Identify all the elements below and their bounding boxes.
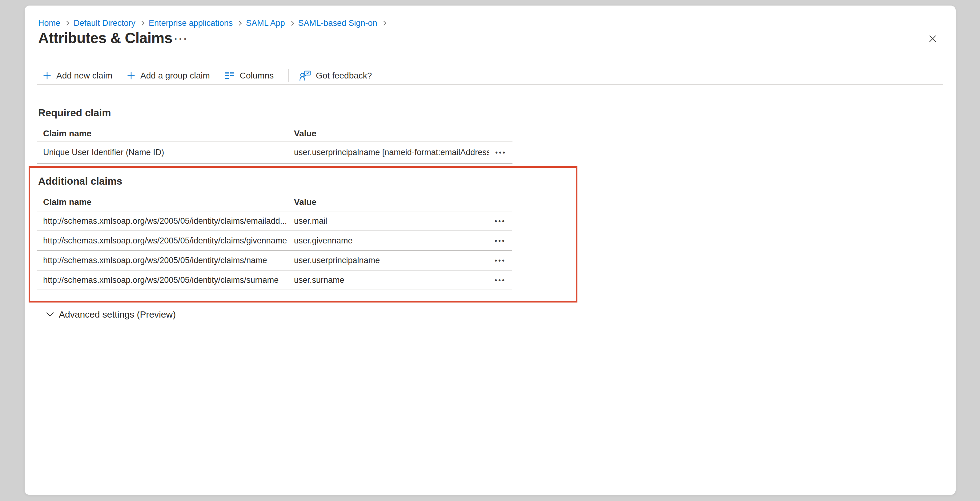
chevron-right-icon bbox=[290, 21, 294, 25]
breadcrumb: Home Default Directory Enterprise applic… bbox=[38, 18, 391, 28]
chevron-right-icon bbox=[381, 21, 386, 25]
claim-name-cell: http://schemas.xmlsoap.org/ws/2005/05/id… bbox=[37, 216, 294, 226]
add-new-claim-button[interactable]: Add new claim bbox=[43, 71, 112, 81]
got-feedback-label: Got feedback? bbox=[316, 71, 372, 81]
breadcrumb-default-directory[interactable]: Default Directory bbox=[73, 18, 135, 28]
row-menu-icon[interactable]: ••• bbox=[495, 150, 506, 156]
value-column-header: Value bbox=[294, 129, 489, 138]
columns-icon bbox=[224, 72, 235, 80]
table-row[interactable]: http://schemas.xmlsoap.org/ws/2005/05/id… bbox=[37, 251, 512, 270]
advanced-settings-toggle[interactable]: Advanced settings (Preview) bbox=[47, 309, 176, 321]
row-menu-icon[interactable]: ••• bbox=[495, 258, 506, 264]
add-group-claim-button[interactable]: Add a group claim bbox=[127, 71, 210, 81]
claim-value-cell: user.surname bbox=[294, 275, 488, 285]
table-header-row: Claim name Value bbox=[37, 193, 512, 212]
claim-name-cell: http://schemas.xmlsoap.org/ws/2005/05/id… bbox=[37, 256, 294, 265]
row-menu-icon[interactable]: ••• bbox=[495, 277, 506, 283]
additional-claims-heading: Additional claims bbox=[38, 175, 122, 187]
additional-claims-table: Claim name Value http://schemas.xmlsoap.… bbox=[37, 193, 512, 290]
toolbar-separator-line bbox=[37, 84, 943, 85]
row-menu-icon[interactable]: ••• bbox=[495, 238, 506, 244]
claim-value-cell: user.userprincipalname [nameid-format:em… bbox=[294, 148, 489, 157]
claim-name-cell: http://schemas.xmlsoap.org/ws/2005/05/id… bbox=[37, 236, 294, 246]
page-title: Attributes & Claims bbox=[38, 29, 172, 48]
table-row[interactable]: Unique User Identifier (Name ID) user.us… bbox=[37, 142, 512, 164]
table-row[interactable]: http://schemas.xmlsoap.org/ws/2005/05/id… bbox=[37, 270, 512, 290]
required-claim-heading: Required claim bbox=[38, 107, 111, 119]
claim-value-cell: user.mail bbox=[294, 216, 488, 226]
close-icon bbox=[928, 34, 937, 44]
command-bar: Add new claim Add a group claim Columns bbox=[43, 68, 386, 83]
chevron-right-icon bbox=[140, 21, 145, 25]
plus-icon bbox=[43, 71, 52, 80]
plus-icon bbox=[127, 71, 136, 80]
columns-label: Columns bbox=[240, 71, 274, 81]
table-header-row: Claim name Value bbox=[37, 126, 512, 142]
close-button[interactable] bbox=[924, 31, 940, 47]
value-column-header: Value bbox=[294, 197, 488, 207]
table-row[interactable]: http://schemas.xmlsoap.org/ws/2005/05/id… bbox=[37, 212, 512, 231]
advanced-settings-label: Advanced settings (Preview) bbox=[59, 309, 176, 320]
chevron-right-icon bbox=[237, 21, 242, 25]
breadcrumb-saml-based-sign-on[interactable]: SAML-based Sign-on bbox=[298, 18, 377, 28]
claim-value-cell: user.userprincipalname bbox=[294, 256, 488, 265]
got-feedback-button[interactable]: Got feedback? bbox=[299, 70, 372, 81]
breadcrumb-saml-app[interactable]: SAML App bbox=[246, 18, 285, 28]
add-new-claim-label: Add new claim bbox=[56, 71, 112, 81]
claim-name-cell: http://schemas.xmlsoap.org/ws/2005/05/id… bbox=[37, 275, 294, 285]
attributes-claims-blade: Home Default Directory Enterprise applic… bbox=[25, 6, 956, 495]
row-menu-icon[interactable]: ••• bbox=[495, 218, 506, 224]
breadcrumb-home[interactable]: Home bbox=[38, 18, 60, 28]
toolbar-divider bbox=[288, 69, 289, 82]
table-row[interactable]: http://schemas.xmlsoap.org/ws/2005/05/id… bbox=[37, 231, 512, 251]
claim-value-cell: user.givenname bbox=[294, 236, 488, 246]
claim-name-column-header: Claim name bbox=[37, 197, 294, 207]
chevron-down-icon bbox=[46, 309, 54, 317]
add-group-claim-label: Add a group claim bbox=[140, 71, 210, 81]
chevron-right-icon bbox=[65, 21, 70, 25]
feedback-icon bbox=[299, 70, 311, 81]
required-claim-table: Claim name Value Unique User Identifier … bbox=[37, 126, 512, 164]
columns-button[interactable]: Columns bbox=[224, 71, 274, 81]
claim-name-cell: Unique User Identifier (Name ID) bbox=[37, 148, 294, 157]
claim-name-column-header: Claim name bbox=[37, 129, 294, 138]
breadcrumb-enterprise-applications[interactable]: Enterprise applications bbox=[149, 18, 233, 28]
more-options-icon[interactable]: ··· bbox=[174, 33, 188, 45]
